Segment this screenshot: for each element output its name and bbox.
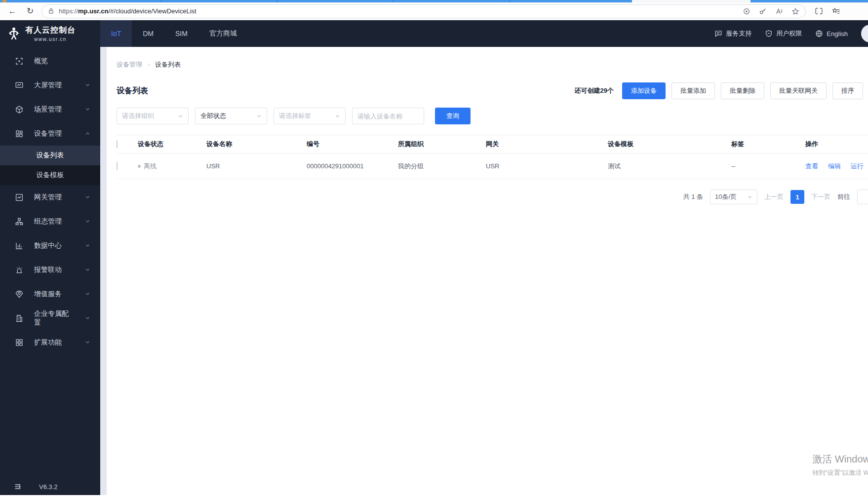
goto-page-input[interactable] bbox=[857, 190, 868, 204]
geolocation-icon[interactable] bbox=[743, 7, 750, 15]
chevron-down-icon bbox=[178, 114, 183, 119]
search-button[interactable]: 查询 bbox=[435, 108, 471, 124]
user-avatar[interactable] bbox=[861, 25, 868, 42]
offline-dot-icon bbox=[138, 165, 141, 168]
sidebar-item-vas[interactable]: 增值服务 bbox=[0, 282, 100, 306]
bottom-strip bbox=[0, 495, 868, 498]
bigscreen-icon bbox=[15, 81, 24, 90]
favorite-star-icon[interactable] bbox=[791, 7, 799, 15]
tab-iot[interactable]: IoT bbox=[100, 20, 132, 47]
globe-icon bbox=[815, 30, 823, 38]
split-screen-icon[interactable] bbox=[815, 7, 823, 15]
sidebar-item-scada[interactable]: 组态管理 bbox=[0, 209, 100, 233]
goto-label: 前往 bbox=[837, 192, 850, 201]
edit-link[interactable]: 编辑 bbox=[828, 162, 841, 171]
main-content: 设备管理 › 设备列表 设备列表 还可创建29个 添加设备 批量添加 批量删除 … bbox=[107, 47, 868, 498]
device-name-input[interactable] bbox=[352, 108, 424, 124]
breadcrumb-separator: › bbox=[148, 61, 150, 68]
pagination: 共 1 条 10条/页 上一页 1 下一页 前往 bbox=[117, 190, 868, 204]
back-icon[interactable]: ← bbox=[6, 5, 19, 18]
chevron-down-icon bbox=[335, 114, 340, 119]
sidebar-gutter bbox=[100, 47, 107, 498]
device-quota-label: 还可创建29个 bbox=[575, 86, 614, 95]
user-permissions[interactable]: 用户权限 bbox=[765, 29, 802, 38]
sidebar-subitem-device-list[interactable]: 设备列表 bbox=[0, 146, 100, 165]
status-select[interactable]: 全部状态 bbox=[195, 108, 267, 124]
active-tab-gap bbox=[632, 0, 750, 2]
template-cell: 测试 bbox=[608, 162, 731, 171]
password-key-icon[interactable] bbox=[759, 7, 767, 15]
device-sn-cell: 0000004291000001 bbox=[307, 162, 398, 170]
address-bar[interactable]: https://mp.usr.cn/#/cloud/device/ViewDev… bbox=[41, 4, 806, 18]
gateway-icon bbox=[15, 193, 24, 202]
logo[interactable]: 有人云控制台 www.usr.cn bbox=[0, 20, 100, 47]
add-device-button[interactable]: 添加设备 bbox=[622, 82, 666, 99]
breadcrumb-parent[interactable]: 设备管理 bbox=[117, 60, 142, 69]
sidebar-item-overview[interactable]: 概览 bbox=[0, 49, 100, 73]
sidebar-item-extension[interactable]: 扩展功能 bbox=[0, 330, 100, 354]
sidebar-item-datacenter[interactable]: 数据中心 bbox=[0, 233, 100, 258]
language-switch[interactable]: English bbox=[815, 30, 848, 38]
org-cell: 我的分组 bbox=[398, 162, 486, 171]
tab-sim[interactable]: SIM bbox=[164, 20, 198, 47]
total-count-label: 共 1 条 bbox=[683, 192, 703, 201]
page-number-1[interactable]: 1 bbox=[790, 190, 804, 204]
page-size-select[interactable]: 10条/页 bbox=[710, 190, 757, 204]
breadcrumb-current: 设备列表 bbox=[155, 60, 181, 69]
vas-icon bbox=[15, 290, 24, 299]
sidebar-subitem-device-template[interactable]: 设备模板 bbox=[0, 165, 100, 185]
tag-select[interactable]: 请选择标签 bbox=[274, 108, 346, 124]
usr-person-icon bbox=[6, 26, 21, 41]
sidebar-item-scene[interactable]: 场景管理 bbox=[0, 97, 100, 121]
sidebar-item-bigscreen[interactable]: 大屏管理 bbox=[0, 73, 100, 97]
product-tabs: IoT DM SIM 官方商城 bbox=[100, 20, 248, 47]
tab-mall[interactable]: 官方商城 bbox=[198, 20, 248, 47]
sort-button[interactable]: 排序 bbox=[832, 82, 863, 99]
collapse-menu-icon[interactable] bbox=[14, 483, 22, 491]
extension-icon bbox=[15, 338, 24, 347]
sidebar-item-gateway[interactable]: 网关管理 bbox=[0, 185, 100, 209]
chevron-up-icon bbox=[85, 131, 90, 136]
chevron-down-icon bbox=[85, 194, 90, 200]
device-name-cell: USR bbox=[206, 162, 307, 170]
chevron-down-icon bbox=[85, 243, 90, 248]
service-support[interactable]: 服务支持 bbox=[714, 29, 751, 38]
chevron-down-icon bbox=[85, 82, 90, 88]
run-link[interactable]: 运行 bbox=[851, 162, 864, 171]
lock-icon bbox=[48, 8, 54, 14]
chevron-down-icon bbox=[85, 291, 90, 297]
batch-add-button[interactable]: 批量添加 bbox=[671, 82, 715, 99]
tab-dm[interactable]: DM bbox=[132, 20, 164, 47]
browser-tabstrip bbox=[0, 0, 868, 2]
version-label: V6.3.2 bbox=[39, 483, 58, 491]
enterprise-icon bbox=[15, 314, 24, 323]
tag-cell: -- bbox=[731, 162, 805, 170]
url-text: https://mp.usr.cn/#/cloud/device/ViewDev… bbox=[59, 7, 738, 15]
select-all-checkbox[interactable] bbox=[117, 140, 118, 149]
next-page-button[interactable]: 下一页 bbox=[811, 192, 830, 201]
browser-toolbar: ← ↻ https://mp.usr.cn/#/cloud/device/Vie… bbox=[0, 2, 868, 20]
org-select[interactable]: 请选择组织 bbox=[117, 108, 189, 124]
logo-title: 有人云控制台 bbox=[25, 25, 76, 36]
view-link[interactable]: 查看 bbox=[805, 162, 818, 171]
chevron-down-icon bbox=[747, 194, 752, 200]
actions-cell: 查看 编辑 运行 bbox=[805, 162, 868, 171]
logo-subtitle: www.usr.cn bbox=[25, 37, 76, 42]
chevron-down-icon bbox=[85, 340, 90, 345]
chat-icon bbox=[714, 30, 722, 38]
row-checkbox[interactable] bbox=[117, 162, 118, 170]
sidebar-item-alarm[interactable]: 报警联动 bbox=[0, 258, 100, 282]
sidebar-item-enterprise[interactable]: 企业专属配置 bbox=[0, 306, 100, 330]
screen: ← ↻ https://mp.usr.cn/#/cloud/device/Vie… bbox=[0, 0, 868, 498]
device-table: 设备状态 设备名称 编号 所属组织 网关 设备模板 标签 操作 离线 USR bbox=[117, 135, 868, 179]
prev-page-button[interactable]: 上一页 bbox=[764, 192, 784, 201]
refresh-icon[interactable]: ↻ bbox=[24, 5, 37, 18]
sidebar-item-device[interactable]: 设备管理 bbox=[0, 121, 100, 146]
batch-delete-button[interactable]: 批量删除 bbox=[721, 82, 764, 99]
batch-link-gateway-button[interactable]: 批量关联网关 bbox=[770, 82, 827, 99]
breadcrumb: 设备管理 › 设备列表 bbox=[117, 47, 868, 69]
windows-activation-watermark: 激活 Windows 转到“设置”以激活 W bbox=[812, 453, 868, 477]
collections-icon[interactable] bbox=[832, 7, 840, 15]
read-aloud-icon[interactable] bbox=[775, 7, 783, 15]
page-title: 设备列表 bbox=[117, 86, 148, 96]
